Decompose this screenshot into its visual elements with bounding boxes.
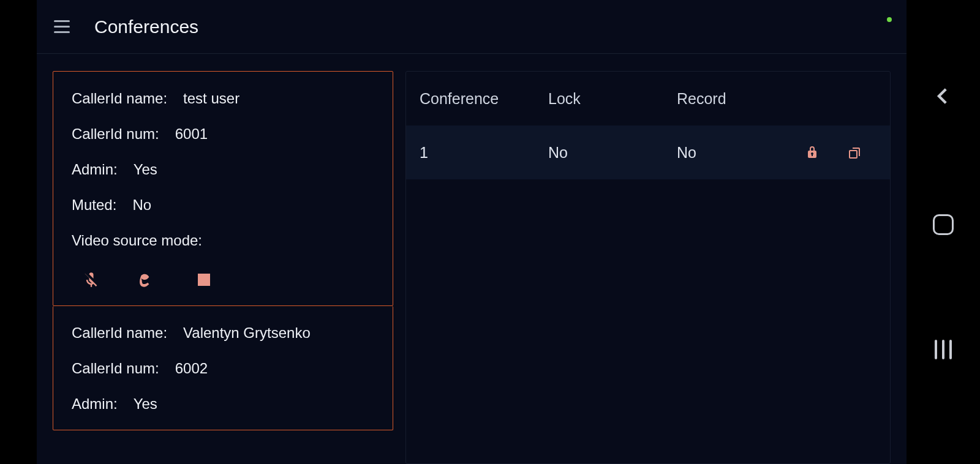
conference-table: Conference Lock Record 1 No No [405, 71, 891, 464]
caller-muted-row: Muted: No [72, 196, 374, 214]
app-header: Conferences [37, 0, 907, 54]
system-nav-rail [907, 0, 980, 464]
cell-lock: No [548, 144, 677, 162]
caller-admin-value: Yes [134, 161, 157, 178]
caller-muted-label: Muted: [72, 196, 116, 214]
col-lock: Lock [548, 90, 677, 108]
stop-icon[interactable] [195, 271, 213, 288]
caller-num-value: 6001 [175, 125, 208, 143]
caller-card[interactable]: CallerId name: test user CallerId num: 6… [53, 71, 393, 306]
cell-conference: 1 [420, 144, 548, 162]
lock-icon[interactable] [791, 145, 834, 160]
caller-name-label: CallerId name: [72, 90, 167, 107]
col-record: Record [677, 90, 791, 108]
caller-card[interactable]: CallerId name: Valentyn Grytsenko Caller… [53, 306, 393, 430]
caller-num-label: CallerId num: [72, 125, 159, 143]
system-recent-button[interactable] [935, 340, 952, 359]
caller-num-row: CallerId num: 6001 [72, 125, 374, 143]
caller-admin-value: Yes [134, 395, 157, 413]
system-back-button[interactable] [933, 86, 954, 109]
table-row[interactable]: 1 No No [406, 125, 890, 179]
caller-video-row: Video source mode: [72, 232, 374, 249]
caller-name-label: CallerId name: [72, 324, 167, 342]
caller-admin-label: Admin: [72, 161, 118, 178]
col-conference: Conference [420, 90, 548, 108]
menu-icon[interactable] [54, 18, 72, 36]
content-area: CallerId name: test user CallerId num: 6… [37, 54, 907, 464]
caller-num-label: CallerId num: [72, 360, 159, 377]
caller-name-value: test user [183, 90, 239, 107]
table-header: Conference Lock Record [406, 72, 890, 125]
caller-num-row: CallerId num: 6002 [72, 360, 374, 377]
conference-table-panel: Conference Lock Record 1 No No [405, 71, 891, 464]
page-title: Conferences [94, 17, 198, 37]
cell-record: No [677, 144, 791, 162]
caller-num-value: 6002 [175, 360, 208, 377]
video-icon[interactable] [139, 271, 156, 288]
record-list-icon[interactable] [834, 145, 876, 160]
caller-muted-value: No [132, 196, 151, 214]
system-home-button[interactable] [933, 214, 954, 235]
caller-video-label: Video source mode: [72, 232, 202, 249]
status-indicator [887, 17, 892, 22]
caller-name-row: CallerId name: test user [72, 90, 374, 107]
caller-name-value: Valentyn Grytsenko [183, 324, 311, 342]
caller-name-row: CallerId name: Valentyn Grytsenko [72, 324, 374, 342]
callers-panel: CallerId name: test user CallerId num: 6… [53, 71, 393, 464]
caller-admin-label: Admin: [72, 395, 118, 413]
caller-admin-row: Admin: Yes [72, 161, 374, 178]
app-frame: Conferences CallerId name: test user Cal… [37, 0, 907, 464]
caller-actions [72, 271, 374, 288]
mic-off-icon[interactable] [83, 271, 100, 288]
caller-admin-row: Admin: Yes [72, 395, 374, 413]
